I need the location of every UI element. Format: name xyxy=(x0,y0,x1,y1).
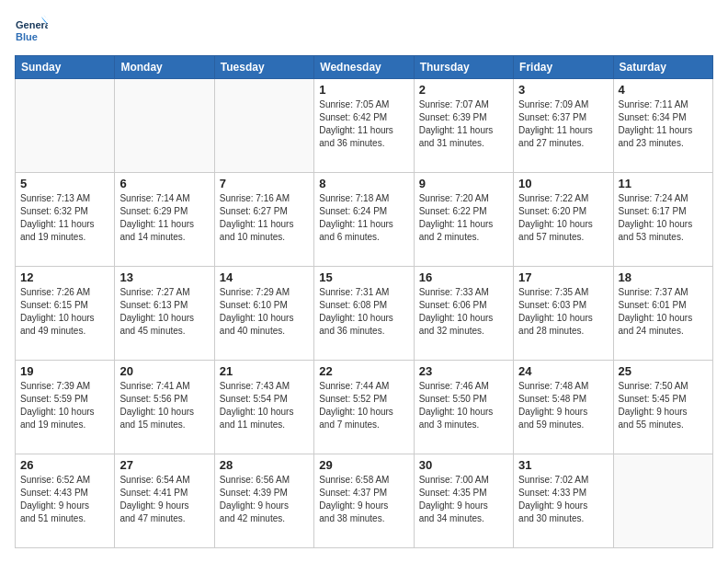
calendar-cell xyxy=(115,79,214,173)
day-info: Sunrise: 7:11 AM Sunset: 6:34 PM Dayligh… xyxy=(619,98,708,150)
day-number: 15 xyxy=(319,270,408,284)
day-info: Sunrise: 7:02 AM Sunset: 4:33 PM Dayligh… xyxy=(518,474,608,525)
day-number: 29 xyxy=(319,458,408,472)
day-number: 27 xyxy=(119,458,209,472)
calendar-cell: 1Sunrise: 7:05 AM Sunset: 6:42 PM Daylig… xyxy=(314,79,414,173)
day-info: Sunrise: 7:41 AM Sunset: 5:56 PM Dayligh… xyxy=(119,380,209,431)
day-number: 10 xyxy=(518,177,608,190)
day-number: 31 xyxy=(518,458,608,472)
day-number: 13 xyxy=(119,270,209,284)
day-number: 24 xyxy=(518,364,608,378)
calendar-cell: 23Sunrise: 7:46 AM Sunset: 5:50 PM Dayli… xyxy=(414,361,513,454)
calendar-cell: 10Sunrise: 7:22 AM Sunset: 6:20 PM Dayli… xyxy=(514,173,613,267)
day-number: 26 xyxy=(20,458,109,472)
svg-text:General: General xyxy=(16,19,48,30)
day-number: 22 xyxy=(319,364,408,378)
day-number: 18 xyxy=(619,270,708,284)
calendar-cell: 29Sunrise: 6:58 AM Sunset: 4:37 PM Dayli… xyxy=(314,454,414,548)
day-number: 1 xyxy=(319,83,408,97)
weekday-header-row: SundayMondayTuesdayWednesdayThursdayFrid… xyxy=(16,56,713,79)
day-info: Sunrise: 7:29 AM Sunset: 6:10 PM Dayligh… xyxy=(220,286,309,338)
day-number: 28 xyxy=(220,458,309,472)
header: General Blue xyxy=(15,15,713,48)
day-info: Sunrise: 7:39 AM Sunset: 5:59 PM Dayligh… xyxy=(20,380,109,431)
day-number: 2 xyxy=(419,83,508,97)
day-info: Sunrise: 7:37 AM Sunset: 6:01 PM Dayligh… xyxy=(619,286,708,338)
day-info: Sunrise: 7:05 AM Sunset: 6:42 PM Dayligh… xyxy=(319,98,408,150)
day-info: Sunrise: 7:27 AM Sunset: 6:13 PM Dayligh… xyxy=(119,286,209,338)
calendar-table: SundayMondayTuesdayWednesdayThursdayFrid… xyxy=(15,55,713,548)
day-info: Sunrise: 6:52 AM Sunset: 4:43 PM Dayligh… xyxy=(20,474,109,525)
calendar-cell: 24Sunrise: 7:48 AM Sunset: 5:48 PM Dayli… xyxy=(514,361,613,454)
day-info: Sunrise: 7:20 AM Sunset: 6:22 PM Dayligh… xyxy=(419,192,508,244)
calendar-cell: 21Sunrise: 7:43 AM Sunset: 5:54 PM Dayli… xyxy=(214,361,313,454)
calendar-cell xyxy=(16,79,115,173)
calendar-cell: 16Sunrise: 7:33 AM Sunset: 6:06 PM Dayli… xyxy=(414,267,513,361)
logo: General Blue xyxy=(15,15,48,48)
svg-text:Blue: Blue xyxy=(16,31,38,42)
calendar-cell xyxy=(613,454,712,548)
calendar-week-3: 12Sunrise: 7:26 AM Sunset: 6:15 PM Dayli… xyxy=(16,267,713,361)
calendar-cell: 14Sunrise: 7:29 AM Sunset: 6:10 PM Dayli… xyxy=(214,267,313,361)
day-info: Sunrise: 7:13 AM Sunset: 6:32 PM Dayligh… xyxy=(20,192,109,244)
day-info: Sunrise: 7:07 AM Sunset: 6:39 PM Dayligh… xyxy=(419,98,508,150)
weekday-header-wednesday: Wednesday xyxy=(314,56,414,79)
logo-text: General Blue xyxy=(15,15,48,48)
calendar-cell: 17Sunrise: 7:35 AM Sunset: 6:03 PM Dayli… xyxy=(514,267,613,361)
weekday-header-thursday: Thursday xyxy=(414,56,513,79)
calendar-cell: 22Sunrise: 7:44 AM Sunset: 5:52 PM Dayli… xyxy=(314,361,414,454)
day-info: Sunrise: 7:22 AM Sunset: 6:20 PM Dayligh… xyxy=(518,192,608,244)
day-info: Sunrise: 7:50 AM Sunset: 5:45 PM Dayligh… xyxy=(619,380,708,431)
day-number: 11 xyxy=(619,177,708,190)
calendar-cell: 30Sunrise: 7:00 AM Sunset: 4:35 PM Dayli… xyxy=(414,454,513,548)
page: General Blue SundayMondayTuesdayWednesda… xyxy=(0,0,728,563)
calendar-week-1: 1Sunrise: 7:05 AM Sunset: 6:42 PM Daylig… xyxy=(16,79,713,173)
weekday-header-saturday: Saturday xyxy=(613,56,712,79)
day-number: 9 xyxy=(419,177,508,190)
day-info: Sunrise: 7:26 AM Sunset: 6:15 PM Dayligh… xyxy=(20,286,109,338)
day-number: 25 xyxy=(619,364,708,378)
calendar-cell: 6Sunrise: 7:14 AM Sunset: 6:29 PM Daylig… xyxy=(115,173,214,267)
calendar-cell: 28Sunrise: 6:56 AM Sunset: 4:39 PM Dayli… xyxy=(214,454,313,548)
day-number: 4 xyxy=(619,83,708,97)
calendar-week-5: 26Sunrise: 6:52 AM Sunset: 4:43 PM Dayli… xyxy=(16,454,713,548)
day-info: Sunrise: 7:48 AM Sunset: 5:48 PM Dayligh… xyxy=(518,380,608,431)
calendar-cell: 11Sunrise: 7:24 AM Sunset: 6:17 PM Dayli… xyxy=(613,173,712,267)
day-number: 16 xyxy=(419,270,508,284)
calendar-week-2: 5Sunrise: 7:13 AM Sunset: 6:32 PM Daylig… xyxy=(16,173,713,267)
calendar-cell: 20Sunrise: 7:41 AM Sunset: 5:56 PM Dayli… xyxy=(115,361,214,454)
day-info: Sunrise: 7:31 AM Sunset: 6:08 PM Dayligh… xyxy=(319,286,408,338)
calendar-cell: 15Sunrise: 7:31 AM Sunset: 6:08 PM Dayli… xyxy=(314,267,414,361)
weekday-header-monday: Monday xyxy=(115,56,214,79)
calendar-cell: 7Sunrise: 7:16 AM Sunset: 6:27 PM Daylig… xyxy=(214,173,313,267)
day-number: 17 xyxy=(518,270,608,284)
day-number: 6 xyxy=(119,177,209,190)
day-number: 8 xyxy=(319,177,408,190)
calendar-cell: 5Sunrise: 7:13 AM Sunset: 6:32 PM Daylig… xyxy=(16,173,115,267)
calendar-cell: 19Sunrise: 7:39 AM Sunset: 5:59 PM Dayli… xyxy=(16,361,115,454)
day-info: Sunrise: 7:00 AM Sunset: 4:35 PM Dayligh… xyxy=(419,474,508,525)
weekday-header-friday: Friday xyxy=(514,56,613,79)
day-number: 20 xyxy=(119,364,209,378)
day-number: 30 xyxy=(419,458,508,472)
day-number: 5 xyxy=(20,177,109,190)
calendar-cell: 3Sunrise: 7:09 AM Sunset: 6:37 PM Daylig… xyxy=(514,79,613,173)
day-number: 23 xyxy=(419,364,508,378)
day-info: Sunrise: 7:35 AM Sunset: 6:03 PM Dayligh… xyxy=(518,286,608,338)
day-info: Sunrise: 6:58 AM Sunset: 4:37 PM Dayligh… xyxy=(319,474,408,525)
calendar-cell: 26Sunrise: 6:52 AM Sunset: 4:43 PM Dayli… xyxy=(16,454,115,548)
calendar-cell: 4Sunrise: 7:11 AM Sunset: 6:34 PM Daylig… xyxy=(613,79,712,173)
day-info: Sunrise: 7:18 AM Sunset: 6:24 PM Dayligh… xyxy=(319,192,408,244)
calendar-cell: 12Sunrise: 7:26 AM Sunset: 6:15 PM Dayli… xyxy=(16,267,115,361)
day-info: Sunrise: 7:14 AM Sunset: 6:29 PM Dayligh… xyxy=(119,192,209,244)
day-info: Sunrise: 6:54 AM Sunset: 4:41 PM Dayligh… xyxy=(119,474,209,525)
calendar-week-4: 19Sunrise: 7:39 AM Sunset: 5:59 PM Dayli… xyxy=(16,361,713,454)
day-info: Sunrise: 7:44 AM Sunset: 5:52 PM Dayligh… xyxy=(319,380,408,431)
calendar-cell xyxy=(214,79,313,173)
day-info: Sunrise: 7:43 AM Sunset: 5:54 PM Dayligh… xyxy=(220,380,309,431)
calendar-cell: 25Sunrise: 7:50 AM Sunset: 5:45 PM Dayli… xyxy=(613,361,712,454)
day-number: 3 xyxy=(518,83,608,97)
weekday-header-tuesday: Tuesday xyxy=(214,56,313,79)
calendar-cell: 9Sunrise: 7:20 AM Sunset: 6:22 PM Daylig… xyxy=(414,173,513,267)
day-info: Sunrise: 7:46 AM Sunset: 5:50 PM Dayligh… xyxy=(419,380,508,431)
